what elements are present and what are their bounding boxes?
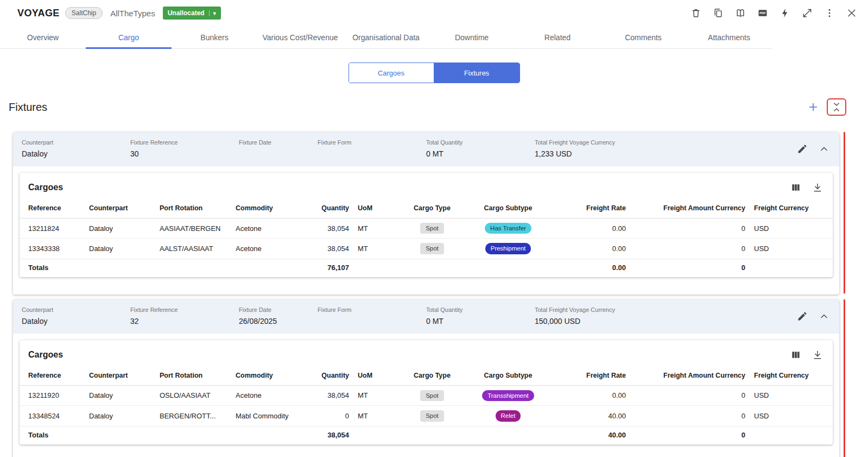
download-button[interactable] xyxy=(811,348,824,361)
field-counterpart: Counterpart Dataloy xyxy=(22,306,130,326)
status-dropdown-button[interactable]: Unallocated ▾ xyxy=(163,7,221,20)
field-fixture-date: Fixture Date 26/08/2025 xyxy=(239,306,318,326)
totals-row: Totals 38,054 40.00 0 xyxy=(20,426,833,443)
annotation-highlight-box xyxy=(827,98,846,116)
window-toolbar: PDF xyxy=(689,7,858,20)
field-total-freight: Total Freight Voyage Currency 1,233 USD xyxy=(535,139,698,159)
svg-text:PDF: PDF xyxy=(759,11,766,15)
toggle-fixtures[interactable]: Fixtures xyxy=(434,63,519,83)
book-icon xyxy=(735,8,746,18)
collapse-fixture-button[interactable] xyxy=(818,310,831,323)
tab-various-cost-revenue[interactable]: Various Cost/Revenue xyxy=(257,26,343,48)
flash-button[interactable] xyxy=(778,7,791,20)
tab-bunkers[interactable]: Bunkers xyxy=(172,26,257,48)
tab-bar: Overview Cargo Bunkers Various Cost/Reve… xyxy=(0,26,772,49)
annotation-line xyxy=(844,299,845,457)
cargoes-table-2: Reference Counterpart Port Rotation Comm… xyxy=(20,366,833,443)
field-fixture-date: Fixture Date xyxy=(239,139,318,159)
columns-button[interactable] xyxy=(789,348,802,361)
tab-comments[interactable]: Comments xyxy=(600,26,686,48)
collapse-fixture-button[interactable] xyxy=(818,142,831,155)
table-header-row: Reference Counterpart Port Rotation Comm… xyxy=(20,366,833,386)
table-row[interactable]: 13211824 Dataloy AASIAAT/BERGEN Acetone … xyxy=(20,218,833,239)
download-button[interactable] xyxy=(811,181,824,194)
plus-icon xyxy=(807,101,819,113)
view-toggle: Cargoes Fixtures xyxy=(349,62,520,83)
edit-fixture-button[interactable] xyxy=(796,142,809,155)
unfold-less-icon xyxy=(831,102,842,112)
salt-chip-badge: SaltChip xyxy=(65,7,103,19)
trash-icon xyxy=(690,8,701,18)
download-icon xyxy=(812,349,823,360)
field-fixture-reference: Fixture Reference 32 xyxy=(130,306,239,326)
cargo-subtype-chip: Preshipment xyxy=(485,243,531,254)
cargo-subtype-chip: Transshipment xyxy=(482,390,534,401)
tab-organisational-data[interactable]: Organisational Data xyxy=(343,26,429,48)
add-fixture-button[interactable] xyxy=(806,100,820,114)
cargo-subtype-chip: Relet xyxy=(496,410,521,421)
flash-icon xyxy=(780,8,790,18)
copy-button[interactable] xyxy=(712,7,725,20)
window-header: VOYAGE SaltChip AllTheTypes Unallocated … xyxy=(0,0,868,26)
field-fixture-reference: Fixture Reference 30 xyxy=(130,139,239,159)
more-vert-icon xyxy=(824,8,835,18)
delete-button[interactable] xyxy=(689,7,702,20)
more-button[interactable] xyxy=(823,7,836,20)
collapse-all-button[interactable] xyxy=(830,101,843,114)
voyage-name: AllTheTypes xyxy=(110,9,155,18)
field-total-quantity: Total Quantity 0 MT xyxy=(426,306,535,326)
columns-button[interactable] xyxy=(789,181,802,194)
chevron-up-icon xyxy=(819,311,829,322)
page-title: VOYAGE xyxy=(17,8,60,19)
cargo-type-chip: Spot xyxy=(420,243,444,254)
view-toggle-wrap: Cargoes Fixtures xyxy=(0,62,868,83)
field-fixture-form: Fixture Form xyxy=(318,139,426,159)
toggle-cargoes[interactable]: Cargoes xyxy=(349,63,434,83)
field-total-freight: Total Freight Voyage Currency 150,000 US… xyxy=(535,306,698,326)
tab-downtime[interactable]: Downtime xyxy=(429,26,515,48)
pdf-icon: PDF xyxy=(757,8,768,18)
expand-button[interactable] xyxy=(801,7,814,20)
download-icon xyxy=(812,182,823,193)
cargoes-title: Cargoes xyxy=(28,350,63,360)
section-title: Fixtures xyxy=(9,101,47,114)
field-counterpart: Counterpart Dataloy xyxy=(22,139,130,159)
close-button[interactable] xyxy=(845,7,858,20)
table-row[interactable]: 13211920 Dataloy OSLO/AASIAAT Acetone 38… xyxy=(20,385,833,405)
pencil-icon xyxy=(797,143,808,154)
status-label: Unallocated xyxy=(168,9,205,17)
cargoes-table-1: Reference Counterpart Port Rotation Comm… xyxy=(20,198,833,276)
fixture-1-header: Counterpart Dataloy Fixture Reference 30… xyxy=(13,132,839,166)
table-header-row: Reference Counterpart Port Rotation Comm… xyxy=(20,198,833,218)
cargoes-title: Cargoes xyxy=(28,183,63,192)
table-row[interactable]: 13348524 Dataloy BERGEN/ROTT... Mabl Com… xyxy=(20,406,833,426)
fixture-card-2: Counterpart Dataloy Fixture Reference 32… xyxy=(13,299,839,457)
cargo-type-chip: Spot xyxy=(420,390,444,401)
fixtures-section-header: Fixtures xyxy=(0,83,868,116)
chevron-up-icon xyxy=(819,143,829,154)
fixture-card-wrap-2: Counterpart Dataloy Fixture Reference 32… xyxy=(13,299,839,457)
expand-icon xyxy=(802,8,813,18)
fixture-card-wrap-1: Counterpart Dataloy Fixture Reference 30… xyxy=(13,132,839,295)
totals-row: Totals 76,107 0.00 0 xyxy=(20,259,833,276)
close-icon xyxy=(846,8,857,18)
tab-overview[interactable]: Overview xyxy=(0,26,86,48)
book-button[interactable] xyxy=(734,7,747,20)
cargoes-panel-2: Cargoes xyxy=(20,340,833,445)
tab-cargo[interactable]: Cargo xyxy=(86,26,172,48)
cargo-subtype-chip: Has Transfer xyxy=(485,223,531,234)
copy-icon xyxy=(713,8,724,18)
tab-related[interactable]: Related xyxy=(515,26,600,48)
cargo-type-chip: Spot xyxy=(420,223,444,234)
fixture-card-1: Counterpart Dataloy Fixture Reference 30… xyxy=(13,132,839,295)
annotation-line xyxy=(844,132,845,293)
cargo-type-chip: Spot xyxy=(420,410,444,421)
view-columns-icon xyxy=(790,182,801,193)
cargoes-panel-1: Cargoes xyxy=(20,173,833,277)
edit-fixture-button[interactable] xyxy=(796,310,809,323)
pdf-button[interactable]: PDF xyxy=(756,7,769,20)
table-row[interactable]: 13343338 Dataloy AALST/AASIAAT Acetone 3… xyxy=(20,239,833,259)
tab-attachments[interactable]: Attachments xyxy=(686,26,772,48)
fixture-2-header: Counterpart Dataloy Fixture Reference 32… xyxy=(13,299,839,334)
chevron-down-icon: ▾ xyxy=(209,10,216,16)
